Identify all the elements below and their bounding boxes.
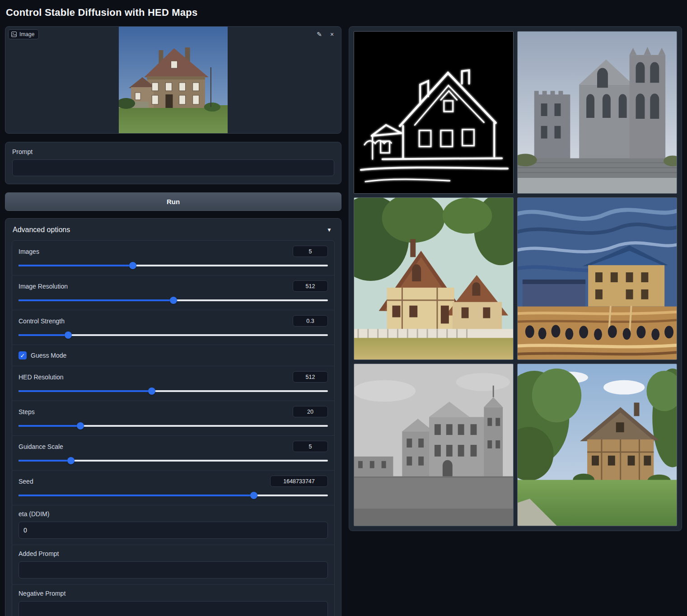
seed-row: Seed xyxy=(12,471,334,505)
house-photo-image xyxy=(119,27,228,133)
added-prompt-input[interactable] xyxy=(19,561,328,579)
grayscale-building-image xyxy=(354,364,513,526)
image-actions: ✎ × xyxy=(314,29,337,40)
steps-value-input[interactable] xyxy=(293,406,328,417)
gallery-item-grayscale-building[interactable] xyxy=(354,364,514,526)
slider-thumb[interactable] xyxy=(148,387,155,395)
slider-thumb[interactable] xyxy=(77,422,84,429)
image-resolution-label: Image Resolution xyxy=(19,283,68,290)
slider-thumb[interactable] xyxy=(65,331,72,339)
edit-image-button[interactable]: ✎ xyxy=(314,29,325,40)
page-title: Control Stable Diffusion with HED Maps xyxy=(6,7,682,19)
clear-image-button[interactable]: × xyxy=(327,29,337,40)
slider-thumb[interactable] xyxy=(67,457,75,464)
images-slider[interactable] xyxy=(19,262,328,269)
control-strength-row: Control Strength xyxy=(12,310,334,345)
advanced-options-header[interactable]: Advanced options ▼ xyxy=(12,225,335,240)
stylized-painting-image xyxy=(518,198,677,359)
slider-thumb[interactable] xyxy=(250,492,257,499)
app: Control Stable Diffusion with HED Maps I… xyxy=(0,0,687,616)
eta-input[interactable] xyxy=(19,522,328,539)
seed-slider[interactable] xyxy=(19,492,328,499)
seed-value-input[interactable] xyxy=(270,476,328,487)
negative-prompt-input[interactable] xyxy=(19,601,328,616)
slider-fill xyxy=(19,299,173,301)
images-label: Images xyxy=(19,248,39,255)
guidance-scale-slider[interactable] xyxy=(19,457,328,464)
control-strength-value-input[interactable] xyxy=(293,315,328,327)
control-strength-slider[interactable] xyxy=(19,331,328,339)
guess-mode-checkbox[interactable]: ✓ xyxy=(19,351,27,359)
eta-label: eta (DDIM) xyxy=(19,510,328,518)
guidance-scale-row: Guidance Scale xyxy=(12,436,334,471)
slider-fill xyxy=(19,495,254,496)
negative-prompt-label: Negative Prompt xyxy=(19,590,328,597)
hed-resolution-label: HED Resolution xyxy=(19,373,64,381)
image-label-badge: Image xyxy=(8,29,39,39)
advanced-options-form: Images Image Resolution xyxy=(12,240,335,616)
output-gallery xyxy=(349,26,682,531)
run-button[interactable]: Run xyxy=(5,192,341,211)
prompt-input[interactable] xyxy=(12,159,334,176)
cathedral-image xyxy=(518,32,677,193)
controls-column: Image ✎ × xyxy=(5,26,341,616)
uploaded-house-photo[interactable] xyxy=(119,27,228,133)
image-resolution-slider[interactable] xyxy=(19,297,328,304)
added-prompt-row: Added Prompt xyxy=(12,545,334,585)
slider-thumb[interactable] xyxy=(170,297,177,304)
image-input[interactable]: Image ✎ × xyxy=(5,26,341,134)
guess-mode-label[interactable]: Guess Mode xyxy=(31,352,66,359)
steps-row: Steps xyxy=(12,401,334,436)
hed-resolution-slider[interactable] xyxy=(19,387,328,395)
image-resolution-row: Image Resolution xyxy=(12,275,334,310)
slider-fill xyxy=(19,460,71,462)
slider-fill xyxy=(19,265,133,266)
image-label: Image xyxy=(19,31,34,37)
advanced-options-title: Advanced options xyxy=(13,226,70,234)
added-prompt-label: Added Prompt xyxy=(19,550,328,557)
images-value-input[interactable] xyxy=(293,246,328,257)
slider-fill xyxy=(19,334,68,336)
control-strength-label: Control Strength xyxy=(19,317,65,325)
hed-resolution-value-input[interactable] xyxy=(293,371,328,383)
hed-resolution-row: HED Resolution xyxy=(12,366,334,401)
guidance-scale-value-input[interactable] xyxy=(293,441,328,452)
prompt-block: Prompt xyxy=(5,142,341,184)
gallery-item-cathedral[interactable] xyxy=(517,31,677,194)
negative-prompt-row: Negative Prompt xyxy=(12,585,334,616)
hed-map-image xyxy=(354,32,513,193)
guess-mode-row: ✓ Guess Mode xyxy=(12,345,334,366)
images-row: Images xyxy=(12,241,334,275)
guidance-scale-label: Guidance Scale xyxy=(19,443,63,450)
gallery-item-stylized-painting[interactable] xyxy=(517,197,677,360)
slider-fill xyxy=(19,425,80,427)
eta-row: eta (DDIM) xyxy=(12,505,334,545)
slider-thumb[interactable] xyxy=(129,262,136,269)
gallery-item-painted-house[interactable] xyxy=(354,197,514,360)
image-icon xyxy=(11,32,17,37)
steps-slider[interactable] xyxy=(19,422,328,429)
gallery-item-house-with-trees[interactable] xyxy=(517,364,677,526)
painted-house-image xyxy=(354,198,513,359)
image-resolution-value-input[interactable] xyxy=(293,280,328,292)
slider-fill xyxy=(19,390,152,392)
prompt-label: Prompt xyxy=(12,148,334,155)
main-layout: Image ✎ × xyxy=(5,26,682,616)
advanced-options-panel: Advanced options ▼ Images xyxy=(5,218,341,616)
steps-label: Steps xyxy=(19,408,35,415)
check-icon: ✓ xyxy=(20,353,25,359)
chevron-down-icon: ▼ xyxy=(327,227,332,233)
seed-label: Seed xyxy=(19,478,33,485)
gallery-item-hed-map[interactable] xyxy=(354,31,514,194)
house-with-trees-image xyxy=(518,364,677,526)
